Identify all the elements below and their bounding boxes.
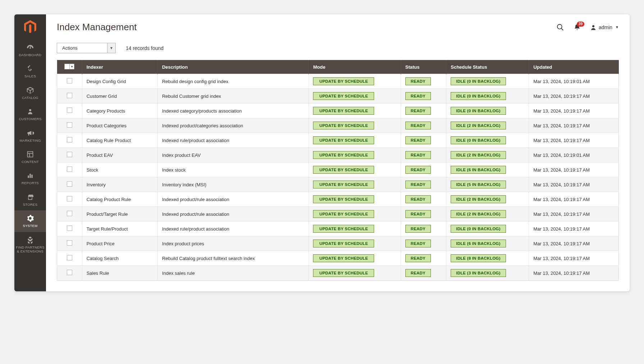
- cell-updated: Mar 13, 2024, 10:19:17 AM: [529, 266, 619, 281]
- status-badge: READY: [405, 92, 431, 100]
- row-checkbox[interactable]: [67, 181, 72, 187]
- mode-badge: UPDATE BY SCHEDULE: [313, 210, 374, 218]
- header-updated[interactable]: Updated: [529, 60, 619, 74]
- cell-description: Indexed rule/product association: [157, 133, 309, 148]
- table-row: Target Rule/ProductIndexed rule/product …: [57, 222, 619, 236]
- header-indexer[interactable]: Indexer: [82, 60, 157, 74]
- chevron-down-icon: ▼: [615, 25, 619, 29]
- mode-badge: UPDATE BY SCHEDULE: [313, 225, 374, 233]
- schedule-badge: IDLE (0 IN BACKLOG): [451, 77, 506, 85]
- sidebar-item-customers[interactable]: CUSTOMERS: [14, 104, 46, 125]
- table-row: Product/Target RuleIndexed product/rule …: [57, 207, 619, 222]
- chevron-down-icon[interactable]: ▼: [107, 43, 116, 53]
- cell-indexer: Product/Target Rule: [82, 207, 157, 222]
- select-all-checkbox[interactable]: ▼: [64, 64, 74, 69]
- search-button[interactable]: [556, 23, 564, 31]
- svg-line-10: [561, 28, 564, 30]
- row-checkbox[interactable]: [67, 93, 72, 98]
- user-menu[interactable]: admin ▼: [590, 24, 619, 31]
- sidebar: DASHBOARDSALESCATALOGCUSTOMERSMARKETINGC…: [14, 14, 46, 291]
- row-checkbox[interactable]: [67, 196, 72, 201]
- sidebar-item-dashboard[interactable]: DASHBOARD: [14, 40, 46, 61]
- row-checkbox[interactable]: [67, 211, 72, 216]
- row-checkbox[interactable]: [67, 108, 72, 113]
- status-badge: READY: [405, 240, 431, 247]
- sidebar-item-marketing[interactable]: MARKETING: [14, 125, 46, 146]
- row-checkbox[interactable]: [67, 270, 72, 275]
- cell-indexer: Design Config Grid: [82, 74, 157, 89]
- cell-updated: Mar 13, 2024, 10:19:17 AM: [529, 177, 619, 192]
- records-found: 14 records found: [126, 45, 164, 51]
- row-checkbox[interactable]: [67, 78, 72, 83]
- sidebar-item-label: MARKETING: [19, 138, 41, 142]
- cell-description: Index sales rule: [157, 266, 309, 281]
- layout-icon: [26, 150, 34, 158]
- sidebar-item-reports[interactable]: REPORTS: [14, 168, 46, 189]
- sidebar-item-catalog[interactable]: CATALOG: [14, 82, 46, 104]
- row-checkbox[interactable]: [67, 255, 72, 260]
- mode-badge: UPDATE BY SCHEDULE: [313, 136, 374, 144]
- header-description[interactable]: Description: [157, 60, 309, 74]
- svg-point-11: [592, 25, 594, 27]
- mode-badge: UPDATE BY SCHEDULE: [313, 77, 374, 85]
- cell-updated: Mar 13, 2024, 10:19:17 AM: [529, 104, 619, 118]
- mode-badge: UPDATE BY SCHEDULE: [313, 151, 374, 159]
- header-schedule-status[interactable]: Schedule Status: [446, 60, 529, 74]
- cell-indexer: Stock: [82, 163, 157, 177]
- header-status[interactable]: Status: [401, 60, 446, 74]
- schedule-badge: IDLE (6 IN BACKLOG): [451, 166, 506, 174]
- sidebar-item-stores[interactable]: STORES: [14, 189, 46, 210]
- mode-badge: UPDATE BY SCHEDULE: [313, 240, 374, 247]
- magento-logo[interactable]: [14, 14, 46, 40]
- main: Index Management 39 admin ▼ Actions: [46, 14, 630, 291]
- row-checkbox[interactable]: [67, 240, 72, 246]
- sidebar-item-system[interactable]: SYSTEM: [14, 210, 46, 232]
- cell-updated: Mar 13, 2024, 10:19:17 AM: [529, 89, 619, 104]
- schedule-badge: IDLE (2 IN BACKLOG): [451, 195, 506, 203]
- controls-row: Actions ▼ 14 records found: [57, 43, 619, 53]
- mode-badge: UPDATE BY SCHEDULE: [313, 195, 374, 203]
- svg-rect-6: [28, 176, 29, 178]
- row-checkbox[interactable]: [67, 167, 72, 172]
- svg-rect-8: [31, 175, 32, 178]
- status-badge: READY: [405, 136, 431, 144]
- schedule-badge: IDLE (2 IN BACKLOG): [451, 151, 506, 159]
- cell-updated: Mar 13, 2024, 10:19:17 AM: [529, 192, 619, 207]
- actions-select[interactable]: Actions ▼: [57, 43, 116, 53]
- sidebar-item-content[interactable]: CONTENT: [14, 146, 46, 168]
- notifications-button[interactable]: 39: [574, 24, 581, 31]
- mode-badge: UPDATE BY SCHEDULE: [313, 269, 374, 277]
- table-row: Catalog SearchRebuild Catalog product fu…: [57, 251, 619, 266]
- sidebar-item-partners[interactable]: FIND PARTNERS & EXTENSIONS: [14, 232, 46, 258]
- cell-indexer: Product Categories: [82, 118, 157, 133]
- cell-indexer: Catalog Rule Product: [82, 133, 157, 148]
- cell-description: Indexed product/rule association: [157, 192, 309, 207]
- row-checkbox[interactable]: [67, 122, 72, 128]
- cell-description: Indexed rule/product association: [157, 222, 309, 236]
- sidebar-item-label: DASHBOARD: [19, 53, 42, 57]
- row-checkbox[interactable]: [67, 226, 72, 231]
- table-row: StockIndex stockUPDATE BY SCHEDULEREADYI…: [57, 163, 619, 177]
- svg-rect-7: [29, 174, 31, 178]
- cell-description: Rebuild Catalog product fulltext search …: [157, 251, 309, 266]
- schedule-badge: IDLE (3 IN BACKLOG): [451, 269, 506, 277]
- cell-updated: Mar 13, 2024, 10:19:01 AM: [529, 74, 619, 89]
- cell-description: Rebuild design config grid index: [157, 74, 309, 89]
- row-checkbox[interactable]: [67, 152, 72, 157]
- app-window: DASHBOARDSALESCATALOGCUSTOMERSMARKETINGC…: [14, 14, 630, 291]
- header-mode[interactable]: Mode: [309, 60, 401, 74]
- table-row: Catalog Rule ProductIndexed rule/product…: [57, 133, 619, 148]
- person-icon: [26, 108, 34, 115]
- cell-updated: Mar 13, 2024, 10:19:17 AM: [529, 222, 619, 236]
- mode-badge: UPDATE BY SCHEDULE: [313, 181, 374, 188]
- box-icon: [26, 86, 34, 94]
- cell-updated: Mar 13, 2024, 10:19:17 AM: [529, 251, 619, 266]
- schedule-badge: IDLE (0 IN BACKLOG): [451, 136, 506, 144]
- status-badge: READY: [405, 107, 431, 115]
- status-badge: READY: [405, 210, 431, 218]
- cell-description: Rebuild Customer grid index: [157, 89, 309, 104]
- row-checkbox[interactable]: [67, 137, 72, 142]
- table-row: Category ProductsIndexed category/produc…: [57, 104, 619, 118]
- dollar-icon: [26, 65, 34, 73]
- sidebar-item-sales[interactable]: SALES: [14, 61, 46, 82]
